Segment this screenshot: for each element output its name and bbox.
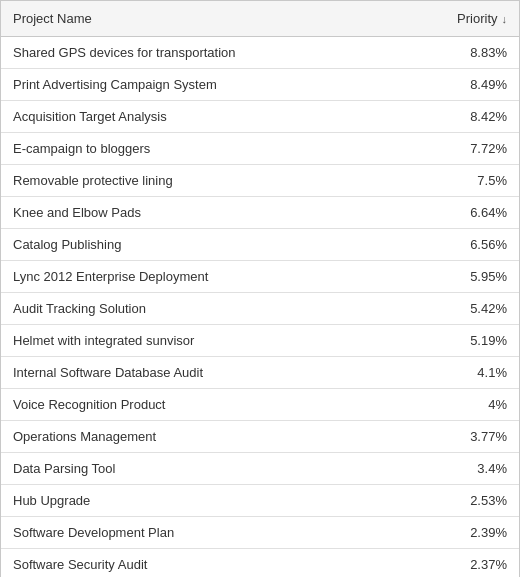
priority-cell: 6.56% [399,229,519,261]
project-name-cell: Helmet with integrated sunvisor [1,325,399,357]
table-row: Lync 2012 Enterprise Deployment5.95% [1,261,519,293]
priority-cell: 3.4% [399,453,519,485]
project-name-cell: Audit Tracking Solution [1,293,399,325]
table-row: Catalog Publishing6.56% [1,229,519,261]
priority-cell: 2.39% [399,517,519,549]
table-row: Knee and Elbow Pads6.64% [1,197,519,229]
project-name-cell: Knee and Elbow Pads [1,197,399,229]
table-row: Helmet with integrated sunvisor5.19% [1,325,519,357]
project-name-cell: Software Development Plan [1,517,399,549]
priority-cell: 5.42% [399,293,519,325]
project-name-cell: Print Advertising Campaign System [1,69,399,101]
table-row: Data Parsing Tool3.4% [1,453,519,485]
priority-cell: 3.77% [399,421,519,453]
project-name-cell: Acquisition Target Analysis [1,101,399,133]
priority-cell: 6.64% [399,197,519,229]
table-row: Software Security Audit2.37% [1,549,519,578]
project-name-cell: Internal Software Database Audit [1,357,399,389]
priority-cell: 8.49% [399,69,519,101]
project-name-cell: Catalog Publishing [1,229,399,261]
project-name-label: Project Name [13,11,92,26]
table-row: Removable protective lining7.5% [1,165,519,197]
projects-table: Project Name Priority↓ Shared GPS device… [0,0,520,577]
table-row: Audit Tracking Solution5.42% [1,293,519,325]
project-name-cell: Hub Upgrade [1,485,399,517]
table-header-row: Project Name Priority↓ [1,1,519,37]
project-name-cell: Removable protective lining [1,165,399,197]
priority-cell: 5.19% [399,325,519,357]
project-name-cell: Lync 2012 Enterprise Deployment [1,261,399,293]
project-name-cell: Voice Recognition Product [1,389,399,421]
sort-arrow-icon: ↓ [502,13,508,25]
table-row: Internal Software Database Audit4.1% [1,357,519,389]
project-name-cell: E-campaign to bloggers [1,133,399,165]
table-row: Voice Recognition Product4% [1,389,519,421]
project-name-cell: Data Parsing Tool [1,453,399,485]
priority-label: Priority [457,11,497,26]
priority-cell: 4.1% [399,357,519,389]
priority-cell: 4% [399,389,519,421]
table-row: Print Advertising Campaign System8.49% [1,69,519,101]
priority-header[interactable]: Priority↓ [399,1,519,37]
priority-cell: 8.83% [399,37,519,69]
project-name-cell: Software Security Audit [1,549,399,578]
project-name-header[interactable]: Project Name [1,1,399,37]
project-name-cell: Operations Management [1,421,399,453]
project-name-cell: Shared GPS devices for transportation [1,37,399,69]
table-row: E-campaign to bloggers7.72% [1,133,519,165]
priority-cell: 5.95% [399,261,519,293]
table-row: Hub Upgrade2.53% [1,485,519,517]
table-row: Software Development Plan2.39% [1,517,519,549]
priority-cell: 8.42% [399,101,519,133]
priority-cell: 2.37% [399,549,519,578]
table-row: Shared GPS devices for transportation8.8… [1,37,519,69]
table-row: Acquisition Target Analysis8.42% [1,101,519,133]
priority-cell: 7.5% [399,165,519,197]
priority-cell: 7.72% [399,133,519,165]
table-row: Operations Management3.77% [1,421,519,453]
priority-cell: 2.53% [399,485,519,517]
